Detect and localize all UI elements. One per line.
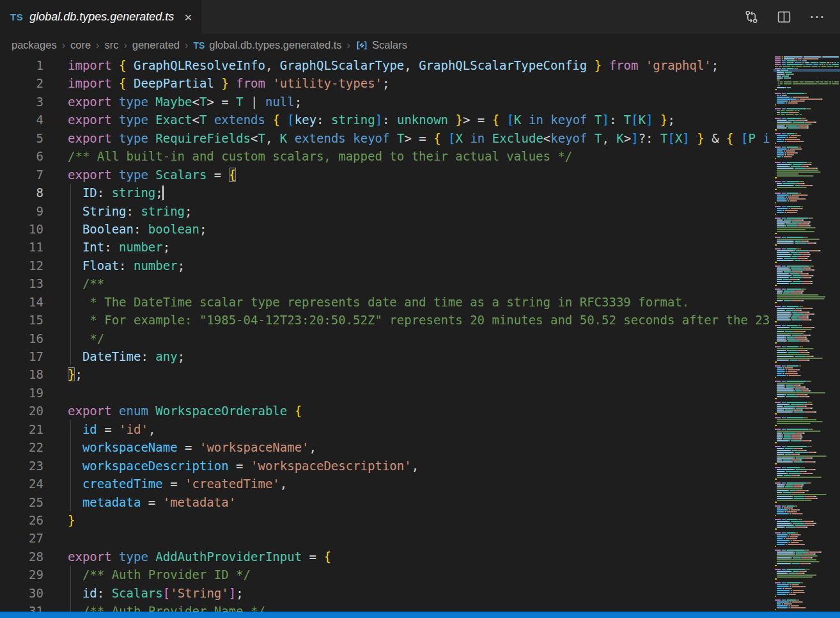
code-token: GraphQLScalarTypeConfig — [419, 58, 587, 72]
line-number[interactable]: 18 — [0, 365, 43, 383]
line-number[interactable]: 14 — [0, 293, 43, 311]
code-line[interactable]: 13 /** — [0, 274, 771, 292]
line-number[interactable]: 15 — [0, 311, 43, 329]
line-number[interactable]: 6 — [0, 147, 43, 165]
code-token: Int — [82, 240, 104, 254]
line-number[interactable]: 29 — [0, 566, 43, 583]
code-token: ; — [668, 113, 675, 127]
code-line[interactable]: 23 workspaceDescription = 'workspaceDesc… — [0, 457, 771, 475]
breadcrumb-item-src[interactable]: src — [104, 39, 118, 51]
line-number[interactable]: 19 — [0, 384, 43, 402]
code-token: ; — [185, 204, 192, 218]
code-line[interactable]: 15 * For example: "1985-04-12T23:20:50.5… — [0, 311, 771, 329]
code-line[interactable]: 21 id = 'id', — [0, 420, 771, 438]
code-token: } — [68, 513, 75, 527]
line-number[interactable]: 27 — [0, 529, 43, 547]
line-number[interactable]: 1 — [0, 56, 43, 74]
line-number[interactable]: 4 — [0, 111, 43, 129]
line-number[interactable]: 20 — [0, 402, 43, 420]
code-token: workspaceName — [82, 440, 178, 454]
close-icon[interactable]: × — [184, 10, 192, 24]
code-line[interactable]: 5export type RequireFields<T, K extends … — [0, 129, 771, 147]
breadcrumb-item-global-db-types-generated-ts[interactable]: TSglobal.db.types.generated.ts — [193, 39, 341, 51]
code-line[interactable]: 16 */ — [0, 329, 771, 347]
line-number[interactable]: 13 — [0, 274, 43, 292]
line-number[interactable]: 17 — [0, 347, 43, 365]
code-token: > — [404, 131, 411, 145]
line-number[interactable]: 23 — [0, 457, 43, 475]
breadcrumb-item-generated[interactable]: generated — [132, 39, 180, 51]
line-number[interactable]: 12 — [0, 257, 43, 274]
code-token: { — [119, 58, 126, 72]
code-line[interactable]: 25 metadata = 'metadata' — [0, 493, 771, 511]
code-token: workspaceDescription — [82, 459, 229, 473]
code-line[interactable]: 2import { DeepPartial } from 'utility-ty… — [0, 74, 771, 92]
line-number[interactable]: 7 — [0, 166, 43, 184]
line-content: * The DateTime scalar type represents da… — [68, 293, 771, 311]
code-token: ] — [229, 586, 236, 600]
line-number[interactable]: 5 — [0, 129, 43, 147]
line-number[interactable]: 30 — [0, 584, 43, 602]
code-line[interactable]: 29 /** Auth Provider ID */ — [0, 566, 771, 583]
code-token: 'workspaceDescription' — [251, 459, 412, 473]
line-number[interactable]: 10 — [0, 220, 43, 238]
more-actions-icon[interactable] — [809, 10, 825, 24]
line-number[interactable]: 21 — [0, 420, 43, 438]
open-changes-icon[interactable] — [744, 10, 759, 24]
breadcrumb-item-core[interactable]: core — [70, 39, 91, 51]
breadcrumb-item-packages[interactable]: packages — [12, 39, 57, 51]
code-line[interactable]: 9 String: string; — [0, 202, 771, 220]
line-content: String: string; — [68, 202, 771, 220]
code-line[interactable]: 4export type Exact<T extends { [key: str… — [0, 111, 771, 129]
code-token: , — [280, 477, 287, 491]
code-token — [543, 113, 550, 127]
code-token: [ — [163, 586, 170, 600]
code-line[interactable]: 14 * The DateTime scalar type represents… — [0, 293, 771, 311]
code-line[interactable]: 19 — [0, 384, 771, 402]
code-editor[interactable]: 1import { GraphQLResolveInfo, GraphQLSca… — [0, 56, 771, 612]
line-content: export type Scalars = { — [68, 166, 771, 184]
code-line[interactable]: 8 ID: string; — [0, 184, 771, 202]
code-line[interactable]: 28export type AddAuthProviderInput = { — [0, 548, 771, 566]
line-number[interactable]: 22 — [0, 438, 43, 456]
line-number[interactable]: 28 — [0, 548, 43, 566]
line-number[interactable]: 9 — [0, 202, 43, 220]
line-number[interactable]: 8 — [0, 184, 43, 202]
code-line[interactable]: 12 Float: number; — [0, 257, 771, 274]
code-line[interactable]: 3export type Maybe<T> = T | null; — [0, 93, 771, 111]
code-line[interactable]: 24 createdTime = 'createdTime', — [0, 475, 771, 493]
minimap[interactable] — [774, 56, 840, 612]
code-line[interactable]: 10 Boolean: boolean; — [0, 220, 771, 238]
line-number[interactable]: 31 — [0, 602, 43, 612]
code-line[interactable]: 17 DateTime: any; — [0, 347, 771, 365]
code-line[interactable]: 6/** All built-in and custom scalars, ma… — [0, 147, 771, 165]
code-line[interactable]: 7export type Scalars = { — [0, 166, 771, 184]
line-number[interactable]: 11 — [0, 238, 43, 256]
code-line[interactable]: 26} — [0, 511, 771, 529]
code-line[interactable]: 18}; — [0, 365, 771, 383]
code-token: i — [756, 131, 770, 145]
line-number[interactable]: 2 — [0, 74, 43, 92]
code-token — [499, 113, 506, 127]
tab-global-db-types-generated-ts[interactable]: TS global.db.types.generated.ts × — [0, 0, 201, 34]
code-line[interactable]: 27 — [0, 529, 771, 547]
code-line[interactable]: 20export enum WorkspaceOrderable { — [0, 402, 771, 420]
code-token: , — [412, 459, 419, 473]
line-number[interactable]: 16 — [0, 329, 43, 347]
breadcrumb-item-scalars[interactable]: Scalars — [355, 39, 407, 52]
code-token — [287, 404, 294, 418]
code-line[interactable]: 11 Int: number; — [0, 238, 771, 256]
code-token: number — [134, 258, 178, 273]
code-token: keyof — [353, 131, 389, 145]
code-token: , — [265, 58, 280, 72]
line-number[interactable]: 25 — [0, 493, 43, 511]
line-number[interactable]: 26 — [0, 511, 43, 529]
code-line[interactable]: 1import { GraphQLResolveInfo, GraphQLSca… — [0, 56, 771, 74]
split-editor-icon[interactable] — [777, 10, 791, 24]
code-token: ; — [295, 95, 302, 109]
line-number[interactable]: 3 — [0, 93, 43, 111]
code-line[interactable]: 30 id: Scalars['String']; — [0, 584, 771, 602]
line-number[interactable]: 24 — [0, 475, 43, 493]
code-line[interactable]: 31 /** Auth Provider Name */ — [0, 602, 771, 612]
code-line[interactable]: 22 workspaceName = 'workspaceName', — [0, 438, 771, 456]
